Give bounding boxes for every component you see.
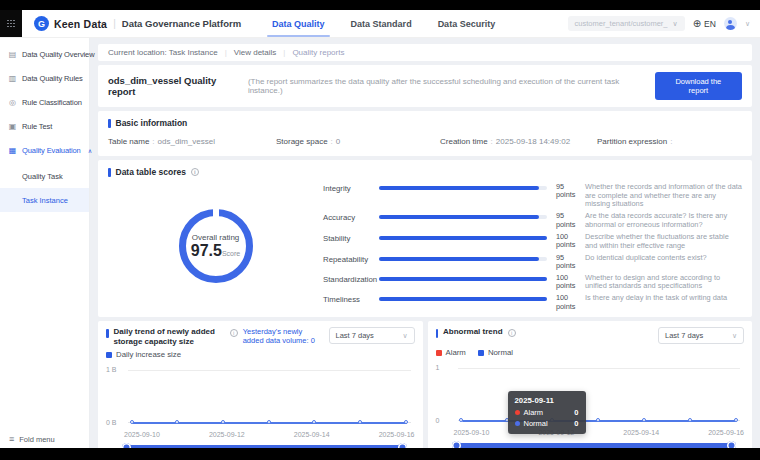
line-chart[interactable]: 1 B 0 B 2025-09-10 2025-09-12 <box>106 361 415 439</box>
sidebar-item-quality-task[interactable]: Quality Task <box>0 164 89 188</box>
main-content: Current location: Task Instance | View d… <box>90 38 760 448</box>
sidebar-sublist: Quality Task Task Instance <box>0 164 89 212</box>
chart-range-slider[interactable] <box>122 443 407 448</box>
overall-rating-gauge: Overall rating 97.5Score <box>108 181 323 311</box>
score-bar <box>379 215 547 219</box>
date-range-select[interactable]: Last 7 days ∨ <box>658 327 744 344</box>
overall-rating-unit: Score <box>222 250 240 257</box>
rules-icon: ▥ <box>8 74 17 83</box>
breadcrumb-view-details[interactable]: View details <box>234 48 277 57</box>
legend-swatch <box>478 350 484 356</box>
metric-row-standardization: Standardization 100points Whether to des… <box>323 274 742 291</box>
slider-track[interactable] <box>126 445 403 448</box>
y-axis-max-label: 1 B <box>106 366 117 373</box>
score-points: 95points <box>547 254 581 271</box>
slider-handle-right[interactable] <box>398 443 407 448</box>
metric-row-timeliness: Timeliness 100points Is there any delay … <box>323 294 742 311</box>
scores-title: Data table scores <box>116 167 186 177</box>
abnormal-trend-chart-panel: Abnormal trend i Last 7 days ∨ Alarm <box>428 321 753 448</box>
storage-trend-chart-panel: Daily trend of newly added storage capac… <box>98 321 423 448</box>
sidebar: ▤ Data Quality Overview ▥ Data Quality R… <box>0 38 90 448</box>
score-bar <box>379 236 547 240</box>
field-table-name: Table name: ods_dim_vessel <box>108 137 276 146</box>
tab-data-security[interactable]: Data Security <box>425 10 509 37</box>
app-launcher-button[interactable] <box>0 10 22 37</box>
legend-daily-increase[interactable]: Daily increase size <box>106 350 181 359</box>
slider-track[interactable] <box>456 443 733 448</box>
score-bar <box>379 277 547 281</box>
scores-title-row: Data table scores i <box>108 167 742 177</box>
tooltip-row-alarm: Alarm 0 <box>515 408 579 417</box>
user-avatar[interactable] <box>724 17 737 30</box>
metric-row-stability: Stability 100points Describe whether the… <box>323 233 742 250</box>
fold-menu-button[interactable]: ≡ Fold menu <box>0 434 89 444</box>
chart-range-slider[interactable] <box>452 441 737 448</box>
sidebar-item-quality-evaluation[interactable]: ▦ Quality Evaluation ∧ <box>0 138 89 162</box>
score-points: 100points <box>547 233 581 250</box>
field-storage-space: Storage space: 0 <box>276 137 440 146</box>
x-axis-labels: 2025-09-10 2025-09-12 2025-09-14 2025-09… <box>454 429 745 436</box>
basic-information-title-row: Basic information <box>108 118 742 128</box>
score-bar <box>379 297 547 301</box>
chevron-down-icon[interactable]: ∨ <box>745 20 750 28</box>
language-switcher[interactable]: ⊕ EN <box>693 19 716 29</box>
slider-handle-right[interactable] <box>727 441 736 448</box>
fold-menu-icon: ≡ <box>9 434 14 444</box>
data-table-scores-section: Data table scores i Overall rating 97.5S… <box>98 160 752 317</box>
charts-row: Daily trend of newly added storage capac… <box>98 321 752 448</box>
score-points: 95points <box>547 212 581 229</box>
alarm-dot-icon <box>515 410 520 415</box>
section-accent-bar <box>108 119 111 128</box>
legend-normal[interactable]: Normal <box>478 348 513 357</box>
line-chart[interactable]: 1 0 2025-09-10 2025-09-12 202 <box>436 359 745 437</box>
chart-legend: Alarm Normal <box>436 348 745 357</box>
top-nav-tabs: Data Quality Data Standard Data Security <box>259 10 508 37</box>
score-points: 100points <box>547 274 581 291</box>
chevron-down-icon: ∨ <box>732 332 737 340</box>
tab-data-standard[interactable]: Data Standard <box>338 10 425 37</box>
field-creation-time: Creation time: 2025-09-18 14:49:02 <box>440 137 597 146</box>
sidebar-item-rule-classification[interactable]: ◎ Rule Classification <box>0 90 89 114</box>
chart-legend: Daily increase size <box>106 350 415 359</box>
x-axis-labels: 2025-09-10 2025-09-12 2025-09-14 2025-09… <box>124 431 415 438</box>
y-axis-min-label: 0 B <box>106 419 117 426</box>
info-icon[interactable]: i <box>508 329 516 337</box>
breadcrumb-divider: | <box>225 48 227 57</box>
classification-icon: ◎ <box>8 98 17 107</box>
y-axis-min-label: 0 <box>436 417 440 424</box>
basic-information-fields: Table name: ods_dim_vessel Storage space… <box>108 137 742 146</box>
tenant-selector[interactable]: customer_tenant/customer_ ∨ <box>568 16 685 31</box>
score-points: 100points <box>547 294 581 311</box>
date-range-select[interactable]: Last 7 days ∨ <box>329 327 415 344</box>
basic-information-title: Basic information <box>116 118 188 128</box>
chart-title: Abnormal trend <box>443 327 503 337</box>
platform-title: Data Governance Platform <box>122 18 241 29</box>
breadcrumb-current: Quality reports <box>292 48 344 57</box>
sidebar-item-data-quality-rules[interactable]: ▥ Data Quality Rules <box>0 66 89 90</box>
score-metrics-list: Integrity 95points Whether the records a… <box>323 181 742 311</box>
info-icon[interactable]: i <box>191 168 199 176</box>
slider-handle-left[interactable] <box>452 441 461 448</box>
y-axis-max-label: 1 <box>436 364 440 371</box>
tab-data-quality[interactable]: Data Quality <box>259 10 338 37</box>
sidebar-item-rule-test[interactable]: ▣ Rule Test <box>0 114 89 138</box>
sidebar-item-data-quality-overview[interactable]: ▤ Data Quality Overview <box>0 42 89 66</box>
chart-title: Daily trend of newly added storage capac… <box>114 327 225 346</box>
data-series-line <box>462 420 737 422</box>
scores-body: Overall rating 97.5Score Integrity 95poi… <box>108 181 742 311</box>
screen: G Keen Data | Data Governance Platform D… <box>0 0 760 460</box>
legend-alarm[interactable]: Alarm <box>436 348 466 357</box>
header-right: customer_tenant/customer_ ∨ ⊕ EN ∨ <box>568 16 760 31</box>
field-partition-expression: Partition expression: <box>597 137 742 146</box>
section-accent-bar <box>436 329 439 338</box>
language-label: EN <box>704 19 716 29</box>
download-report-button[interactable]: Download the report <box>655 72 742 100</box>
evaluation-icon: ▦ <box>8 146 17 155</box>
sidebar-item-task-instance[interactable]: Task Instance <box>0 188 89 212</box>
slider-handle-left[interactable] <box>122 443 131 448</box>
gridline <box>128 370 411 371</box>
yesterday-volume-link[interactable]: Yesterday's newly added data volume: 0 <box>243 327 324 345</box>
chevron-down-icon: ∨ <box>402 332 407 340</box>
score-points: 95points <box>547 183 581 200</box>
info-icon[interactable]: i <box>230 329 238 337</box>
